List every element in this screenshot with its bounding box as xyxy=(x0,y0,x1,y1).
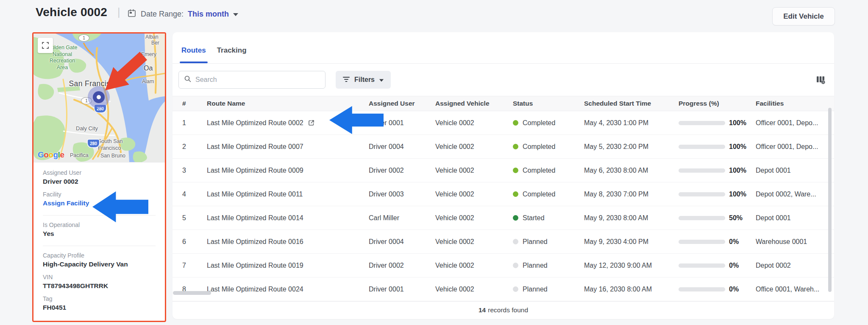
title-separator: | xyxy=(117,6,120,18)
assigned-vehicle: Vehicle 0002 xyxy=(435,214,513,222)
route-name: Last Mile Optimized Route 0009 xyxy=(207,167,303,174)
chevron-down-icon xyxy=(233,13,238,16)
field-value: TT87943498GHTRRK xyxy=(43,282,156,290)
progress-label: 100% xyxy=(729,191,746,198)
field-label: Capacity Profile xyxy=(43,252,156,259)
column-header-scheduled-start: Scheduled Start Time xyxy=(584,100,679,107)
progress-label: 0% xyxy=(729,286,739,293)
status-label: Planned xyxy=(523,262,548,269)
status-label: Completed xyxy=(523,143,555,151)
search-input[interactable] xyxy=(195,76,320,84)
status-dot xyxy=(513,191,518,197)
column-header-route-name: Route Name xyxy=(207,100,369,107)
status-label: Completed xyxy=(523,119,555,127)
route-name: Last Mile Optimized Route 0014 xyxy=(207,214,303,222)
row-number: 7 xyxy=(182,262,207,269)
records-found-footer: 14 records found xyxy=(172,301,834,319)
facilities: Depot 0002, Ware... xyxy=(756,191,834,198)
field-value: FH0451 xyxy=(43,304,156,311)
progress-bar xyxy=(679,287,725,291)
row-number: 2 xyxy=(182,143,207,151)
progress-label: 0% xyxy=(729,238,739,246)
field-label: Facility xyxy=(43,191,156,198)
table-row[interactable]: 6 Last Mile Optimized Route 0016 Driver … xyxy=(172,230,834,254)
table-row[interactable]: 4 Last Mile Optimized Route 0011 Driver … xyxy=(172,182,834,206)
map-label-alameda: Alam xyxy=(142,78,154,85)
field-tag: Tag FH0451 xyxy=(43,295,156,311)
date-range-label: Date Range: xyxy=(141,10,184,19)
page-title: Vehicle 0002 xyxy=(36,6,107,19)
progress-bar xyxy=(679,145,725,149)
row-number: 5 xyxy=(182,214,207,222)
progress-label: 100% xyxy=(729,167,746,174)
records-label: records found xyxy=(488,306,528,314)
column-header-assigned-vehicle: Assigned Vehicle xyxy=(435,100,513,107)
google-logo: Google xyxy=(38,150,64,160)
columns-settings-button[interactable] xyxy=(815,74,826,86)
progress-bar xyxy=(679,216,725,220)
vehicle-detail-page: Vehicle 0002 | Date Range: This month Ed… xyxy=(0,0,868,325)
facilities: Officer 0001, Depo... xyxy=(756,119,834,127)
table-row[interactable]: 1 Last Mile Optimized Route 0002 Driver … xyxy=(172,111,834,135)
assigned-vehicle: Vehicle 0002 xyxy=(435,119,513,127)
table-row[interactable]: 5 Last Mile Optimized Route 0014 Carl Mi… xyxy=(172,206,834,230)
assigned-user: Driver 0004 xyxy=(369,143,435,151)
search-box[interactable] xyxy=(178,71,326,89)
edit-vehicle-button[interactable]: Edit Vehicle xyxy=(772,7,835,25)
progress-label: 50% xyxy=(729,214,743,222)
assigned-user: Driver 0004 xyxy=(369,238,435,246)
facilities: Office 0001, Wareh... xyxy=(756,286,834,293)
tabs-bar: Routes Tracking xyxy=(172,32,834,64)
table-header-row: # Route Name Assigned User Assigned Vehi… xyxy=(172,96,834,111)
scheduled-start-time: May 6, 2030 8:00 AM xyxy=(584,167,679,174)
table-row[interactable]: 7 Last Mile Optimized Route 0019 Driver … xyxy=(172,254,834,277)
status-label: Completed xyxy=(523,167,555,174)
vehicle-location-map[interactable]: Golden Gate National Recreation Area San… xyxy=(33,34,165,162)
row-number: 3 xyxy=(182,167,207,174)
facilities: Warehouse 0001 xyxy=(756,238,834,246)
column-header-progress: Progress (%) xyxy=(679,100,756,107)
scheduled-start-time: May 9, 2030 4:00 PM xyxy=(584,238,679,246)
filters-button[interactable]: Filters xyxy=(336,71,391,89)
table-row[interactable]: 3 Last Mile Optimized Route 0009 Driver … xyxy=(172,159,834,182)
assigned-user: Driver 0003 xyxy=(369,191,435,198)
field-value: Driver 0002 xyxy=(43,178,156,185)
detail-group: Is Operational Yes xyxy=(43,221,156,246)
filter-icon xyxy=(342,76,350,84)
table-row[interactable]: 2 Last Mile Optimized Route 0007 Driver … xyxy=(172,135,834,159)
field-label: VIN xyxy=(43,274,156,280)
table-row[interactable]: 8 Last Mile Optimized Route 0024 Driver … xyxy=(172,277,834,301)
progress-label: 100% xyxy=(729,119,746,127)
progress-bar xyxy=(679,240,725,244)
column-header-facilities: Facilities xyxy=(756,100,834,107)
date-range-control[interactable]: Date Range: This month xyxy=(127,0,238,28)
status-label: Planned xyxy=(523,286,548,293)
assigned-vehicle: Vehicle 0002 xyxy=(435,167,513,174)
progress-label: 100% xyxy=(729,143,746,151)
field-label: Tag xyxy=(43,295,156,302)
progress-label: 0% xyxy=(729,262,739,269)
table-body: 1 Last Mile Optimized Route 0002 Driver … xyxy=(172,111,834,301)
route-name: Last Mile Optimized Route 0007 xyxy=(207,143,303,151)
facilities: Officer 0001, Depo... xyxy=(756,143,834,151)
status-dot xyxy=(513,120,518,126)
map-label-south-san-francisco: South San Francisco xyxy=(98,138,122,151)
map-fullscreen-button[interactable] xyxy=(38,38,53,53)
tab-routes[interactable]: Routes xyxy=(181,46,206,63)
external-link-icon[interactable] xyxy=(308,119,315,126)
map-label-daly-city: Daly City xyxy=(76,125,98,132)
field-label: Assigned User xyxy=(43,169,156,176)
tab-tracking[interactable]: Tracking xyxy=(217,46,247,63)
map-label-oakland: Oa xyxy=(144,64,153,73)
row-number: 6 xyxy=(182,238,207,246)
status-dot xyxy=(513,144,518,149)
records-count: 14 xyxy=(479,306,486,314)
assigned-user: Driver 0002 xyxy=(369,167,435,174)
field-assigned-user: Assigned User Driver 0002 xyxy=(43,169,156,185)
horizontal-scrollbar[interactable] xyxy=(173,291,211,295)
assigned-vehicle: Vehicle 0002 xyxy=(435,143,513,151)
detail-group: Capacity Profile High-Capacity Delivery … xyxy=(43,252,156,319)
progress-bar xyxy=(679,192,725,196)
facilities: Depot 0001 xyxy=(756,214,834,222)
vertical-scrollbar[interactable] xyxy=(828,108,832,292)
